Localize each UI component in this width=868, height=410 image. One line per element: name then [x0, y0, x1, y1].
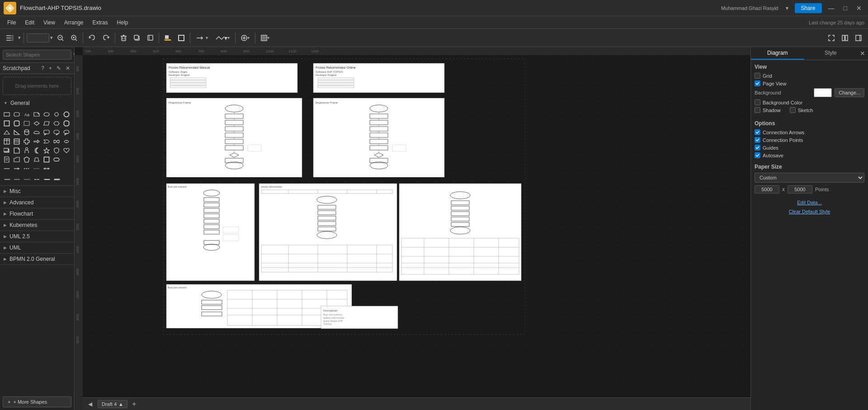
search-button[interactable]: 🔍 — [71, 51, 75, 59]
shape-rectangle[interactable] — [3, 110, 11, 118]
shape-circle2[interactable] — [62, 110, 71, 118]
paper-size-select[interactable]: Custom A4 Letter A3 — [755, 173, 864, 183]
shape-line-dash[interactable] — [23, 165, 31, 173]
redo-button[interactable] — [100, 33, 112, 43]
shape-triangle[interactable] — [3, 128, 11, 137]
format-button[interactable] — [145, 33, 156, 42]
shape-line-plain[interactable] — [3, 165, 11, 173]
shape-shield[interactable] — [52, 146, 61, 155]
tab-style[interactable]: Style — [804, 47, 858, 60]
shape-rounded-rect[interactable] — [13, 110, 21, 118]
insert-button[interactable]: ▾ — [238, 33, 252, 43]
category-kubernetes-header[interactable]: ▶ Kubernetes — [0, 220, 74, 231]
clear-default-style-button[interactable]: Clear Default Style — [789, 208, 830, 215]
tab-diagram[interactable]: Diagram — [751, 47, 804, 60]
add-page-button[interactable]: + — [131, 399, 137, 409]
shape-line-dot[interactable] — [33, 165, 41, 173]
shape-person[interactable] — [23, 146, 31, 155]
grid-checkbox-row[interactable]: Grid — [755, 73, 864, 79]
shape-doc[interactable] — [3, 156, 11, 164]
shape-list-icon[interactable] — [13, 137, 21, 146]
draft-tab[interactable]: Draft 4 ▲ — [98, 400, 127, 408]
menu-file[interactable]: File — [4, 19, 19, 27]
category-uml-header[interactable]: ▶ UML — [0, 242, 74, 253]
shape-crescent[interactable] — [33, 146, 41, 155]
shape-ellipse[interactable] — [42, 110, 51, 118]
shadow-checkbox[interactable] — [755, 107, 760, 113]
shape-arrow[interactable] — [33, 137, 41, 146]
undo-button[interactable] — [86, 33, 98, 43]
change-background-button[interactable]: Change... — [835, 88, 864, 97]
shape-parallelogram[interactable] — [42, 119, 51, 127]
category-uml25-header[interactable]: ▶ UML 2.5 — [0, 231, 74, 242]
scratchpad-label[interactable]: Scratchpad — [3, 65, 40, 71]
split-view-button[interactable] — [839, 33, 851, 43]
table-button[interactable]: ▾ — [258, 33, 272, 43]
category-advanced-header[interactable]: ▶ Advanced — [0, 197, 74, 208]
connection-points-row[interactable]: Connection Points — [755, 137, 864, 143]
shape-stacked[interactable] — [3, 146, 11, 155]
sketch-checkbox[interactable] — [790, 107, 796, 113]
menu-arrange[interactable]: Arrange — [61, 19, 87, 27]
page-view-checkbox-row[interactable]: Page View — [755, 80, 864, 86]
shape-rounded-callout[interactable] — [62, 128, 71, 137]
shape-pentagon[interactable] — [23, 156, 31, 164]
autosave-checkbox[interactable] — [755, 152, 760, 158]
shape-diamond[interactable] — [33, 119, 41, 127]
shape-folded[interactable] — [13, 146, 21, 155]
border-button[interactable] — [175, 33, 187, 43]
search-input[interactable] — [3, 50, 71, 60]
shape-hexagon[interactable] — [52, 119, 61, 127]
connection-arrows-row[interactable]: Connection Arrows — [755, 129, 864, 135]
shape-right-triangle[interactable] — [13, 128, 21, 137]
scratchpad-add-button[interactable]: + — [47, 65, 53, 72]
category-flowchart-header[interactable]: ▶ Flowchart — [0, 208, 74, 219]
panel-close-button[interactable]: ✕ — [857, 47, 868, 60]
canvas-container[interactable]: 200300400 500600700 8009001000 11001200 … — [75, 47, 750, 410]
shape-square2[interactable] — [42, 156, 51, 164]
sidebar-toggle-button[interactable] — [4, 33, 16, 43]
drag-elements-area[interactable]: Drag elements here — [3, 77, 71, 95]
background-color-picker[interactable] — [814, 88, 832, 97]
connection-arrows-checkbox[interactable] — [755, 129, 760, 135]
close-button[interactable]: ✕ — [854, 4, 864, 13]
category-bpmn-header[interactable]: ▶ BPMN 2.0 General — [0, 254, 74, 264]
shape-cloud[interactable] — [33, 128, 41, 137]
more-shapes-button[interactable]: + + More Shapes — [3, 396, 71, 407]
page-view-checkbox[interactable] — [755, 80, 760, 86]
paper-width-input[interactable]: 5000 — [755, 185, 779, 193]
shape-rect-folder[interactable] — [13, 156, 21, 164]
grid-checkbox[interactable] — [755, 73, 760, 79]
fullscreen-button[interactable] — [826, 33, 837, 43]
duplicate-button[interactable] — [131, 33, 143, 43]
line-shape-3[interactable] — [23, 175, 32, 184]
shape-dashed-rect[interactable] — [23, 119, 31, 127]
shape-rounded-sq[interactable] — [13, 119, 21, 127]
shape-table-icon[interactable] — [3, 137, 11, 146]
delete-button[interactable] — [118, 33, 129, 43]
connection-points-checkbox[interactable] — [755, 137, 760, 143]
zoom-out-button[interactable] — [55, 33, 66, 43]
maximize-button[interactable]: □ — [841, 4, 850, 13]
shape-step[interactable] — [42, 137, 51, 146]
zoom-input[interactable]: 20% — [27, 33, 49, 42]
shape-note[interactable] — [33, 110, 41, 118]
shape-speech-bubble[interactable] — [52, 128, 61, 137]
scratchpad-help-button[interactable]: ? — [40, 65, 46, 72]
shape-arrow-line[interactable] — [13, 165, 21, 173]
edit-data-button[interactable]: Edit Data... — [797, 199, 821, 206]
shape-cylinder[interactable] — [23, 128, 31, 137]
guides-checkbox[interactable] — [755, 145, 760, 151]
shape-wave[interactable] — [52, 137, 61, 146]
shape-heart[interactable] — [62, 146, 71, 155]
line-shape-2[interactable] — [13, 175, 22, 184]
guides-row[interactable]: Guides — [755, 145, 864, 151]
shape-bidirectional-arrow[interactable] — [42, 165, 51, 173]
category-misc-header[interactable]: ▶ Misc — [0, 186, 74, 197]
shape-square[interactable] — [3, 119, 11, 127]
shape-cross[interactable] — [23, 137, 31, 146]
scratchpad-edit-button[interactable]: ✎ — [55, 65, 62, 72]
shape-star[interactable] — [42, 146, 51, 155]
shape-callout[interactable] — [42, 128, 51, 137]
paper-height-input[interactable]: 5000 — [788, 185, 812, 193]
